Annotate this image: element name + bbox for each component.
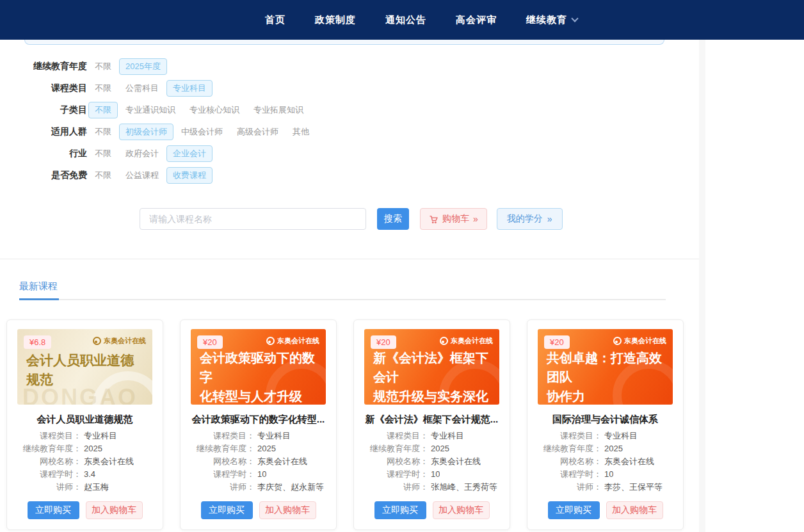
- search-button[interactable]: 搜索: [377, 208, 409, 230]
- meta-value: 赵玉梅: [81, 481, 109, 494]
- brand-logo-text: 东奥会计在线: [451, 336, 493, 346]
- course-title[interactable]: 新《会计法》框架下会计规范...: [364, 414, 499, 426]
- buy-now-button[interactable]: 立即购买: [374, 501, 426, 519]
- scrollbar-track[interactable]: [699, 40, 705, 532]
- brand-logo: 东奥会计在线: [266, 336, 319, 346]
- filter-chip[interactable]: 不限: [88, 167, 118, 184]
- meta-label: 课程学时：: [17, 468, 81, 481]
- meta-label: 继续教育年度：: [538, 442, 602, 455]
- meta-label: 讲师：: [191, 481, 255, 494]
- filter-chip-selected[interactable]: 初级会计师: [119, 124, 173, 140]
- filter-chip-selected[interactable]: 2025年度: [119, 58, 167, 75]
- filter-chip[interactable]: 公需科目: [119, 80, 165, 97]
- filter-chip-selected[interactable]: 不限: [88, 102, 118, 118]
- filter-chip[interactable]: 中级会计师: [175, 124, 229, 140]
- course-actions: 立即购买 加入购物车: [538, 501, 673, 519]
- meta-value: 张旭峰、王秀荷等: [428, 481, 497, 494]
- filter-chip[interactable]: 专业拓展知识: [247, 102, 310, 118]
- meta-value: 专业科目: [602, 430, 638, 442]
- meta-label: 课程类目：: [538, 430, 602, 442]
- cart-button[interactable]: 购物车 »: [420, 208, 487, 230]
- filter-label: 适用人群: [26, 126, 87, 138]
- meta-label: 继续教育年度：: [191, 442, 255, 455]
- filter-row-free-or-paid: 是否免费 不限 公益课程 收费课程: [26, 167, 804, 184]
- course-banner-image[interactable]: DONGAO ¥6.8 东奥会计在线 会计人员职业道德规范: [17, 329, 152, 405]
- course-section-tabs: 最新课程: [19, 280, 666, 300]
- top-nav-bar: 首页 政策制度 通知公告 高会评审 继续教育: [0, 0, 804, 40]
- filter-label: 是否免费: [26, 170, 87, 181]
- buy-now-button[interactable]: 立即购买: [548, 501, 600, 519]
- meta-label: 课程学时：: [538, 468, 602, 481]
- course-actions: 立即购买 加入购物车: [191, 501, 326, 519]
- meta-label: 讲师：: [364, 481, 428, 494]
- filter-panel: 继续教育年度 不限 2025年度 课程类目 不限 公需科目 专业科目 子类目 不…: [0, 40, 804, 184]
- brand-logo-icon: [266, 337, 275, 345]
- filter-chip[interactable]: 不限: [88, 145, 118, 162]
- price-badge: ¥20: [544, 335, 570, 349]
- buy-now-button[interactable]: 立即购买: [201, 501, 253, 519]
- course-meta: 课程类目：专业科目 继续教育年度：2025 网校名称：东奥会计在线 课程学时：3…: [17, 430, 152, 494]
- nav-item-home[interactable]: 首页: [265, 14, 285, 26]
- filter-chip-selected[interactable]: 企业会计: [166, 145, 213, 162]
- course-meta: 课程类目：专业科目 继续教育年度：2025 网校名称：东奥会计在线 课程学时：1…: [538, 430, 673, 494]
- nav-item-senior-review[interactable]: 高会评审: [456, 14, 497, 26]
- my-credits-button[interactable]: 我的学分 »: [497, 208, 563, 230]
- meta-value: 10: [255, 468, 266, 481]
- course-banner-image[interactable]: ¥20 东奥会计在线 会计政策驱动下的数字 化转型与人才升级: [191, 329, 326, 405]
- filter-row-audience: 适用人群 不限 初级会计师 中级会计师 高级会计师 其他: [26, 124, 804, 140]
- search-input[interactable]: [140, 208, 366, 230]
- course-actions: 立即购买 加入购物车: [17, 501, 152, 519]
- add-to-cart-button[interactable]: 加入购物车: [259, 501, 316, 519]
- meta-label: 网校名称：: [538, 455, 602, 468]
- filter-chip[interactable]: 不限: [88, 124, 118, 140]
- filter-chip[interactable]: 专业通识知识: [119, 102, 182, 118]
- tab-latest-courses[interactable]: 最新课程: [19, 280, 59, 300]
- filter-chip[interactable]: 专业核心知识: [183, 102, 246, 118]
- nav-item-policies[interactable]: 政策制度: [315, 14, 356, 26]
- course-card-list: DONGAO ¥6.8 东奥会计在线 会计人员职业道德规范 会计人员职业道德规范…: [6, 319, 804, 530]
- filter-label: 课程类目: [26, 83, 87, 94]
- meta-label: 继续教育年度：: [17, 442, 81, 455]
- buy-now-button[interactable]: 立即购买: [28, 501, 79, 519]
- filter-chip[interactable]: 高级会计师: [230, 124, 285, 140]
- meta-value: 专业科目: [428, 430, 464, 442]
- meta-value: 10: [428, 468, 440, 481]
- double-arrow-icon: »: [473, 214, 478, 224]
- cart-button-label: 购物车: [442, 213, 469, 225]
- brand-logo-text: 东奥会计在线: [104, 336, 146, 346]
- course-banner-image[interactable]: ¥20 东奥会计在线 共创卓越：打造高效团队 协作力: [538, 329, 673, 405]
- filter-chip[interactable]: 政府会计: [119, 145, 165, 162]
- course-meta: 课程类目：专业科目 继续教育年度：2025 网校名称：东奥会计在线 课程学时：1…: [364, 430, 499, 494]
- price-badge: ¥20: [371, 335, 396, 349]
- meta-value: 2025: [81, 442, 102, 455]
- course-banner-image[interactable]: ¥20 东奥会计在线 新《会计法》框架下会计 规范升级与实务深化: [364, 329, 499, 405]
- brand-logo-icon: [93, 337, 101, 345]
- section-divider: [0, 259, 699, 259]
- filter-label: 继续教育年度: [26, 61, 87, 72]
- nav-item-continuing-education[interactable]: 继续教育: [526, 14, 577, 26]
- filter-chip[interactable]: 公益课程: [119, 167, 165, 184]
- filter-chip[interactable]: 其他: [286, 124, 316, 140]
- filter-label: 子类目: [26, 104, 87, 116]
- filter-chip[interactable]: 不限: [88, 58, 118, 75]
- meta-value: 10: [602, 468, 613, 481]
- add-to-cart-button[interactable]: 加入购物车: [86, 501, 143, 519]
- meta-value: 专业科目: [81, 430, 117, 442]
- filter-row-year: 继续教育年度 不限 2025年度: [26, 58, 804, 75]
- course-title[interactable]: 会计人员职业道德规范: [17, 414, 152, 426]
- meta-value: 东奥会计在线: [428, 455, 481, 468]
- course-card: ¥20 东奥会计在线 共创卓越：打造高效团队 协作力 国际治理与会计诚信体系 课…: [527, 319, 684, 530]
- cart-icon: [429, 214, 438, 224]
- filter-chip[interactable]: 不限: [88, 80, 118, 97]
- nav-item-notices[interactable]: 通知公告: [385, 14, 426, 26]
- add-to-cart-button[interactable]: 加入购物车: [606, 501, 663, 519]
- filter-row-course-category: 课程类目 不限 公需科目 专业科目: [26, 80, 804, 97]
- add-to-cart-button[interactable]: 加入购物车: [433, 501, 490, 519]
- course-title[interactable]: 国际治理与会计诚信体系: [538, 414, 673, 426]
- filter-chip-selected[interactable]: 专业科目: [166, 80, 213, 97]
- course-title[interactable]: 会计政策驱动下的数字化转型...: [191, 414, 326, 426]
- course-card: ¥20 东奥会计在线 新《会计法》框架下会计 规范升级与实务深化 新《会计法》框…: [353, 319, 510, 530]
- meta-value: 2025: [602, 442, 623, 455]
- filter-chip-selected[interactable]: 收费课程: [166, 167, 213, 184]
- brand-logo: 东奥会计在线: [93, 336, 146, 346]
